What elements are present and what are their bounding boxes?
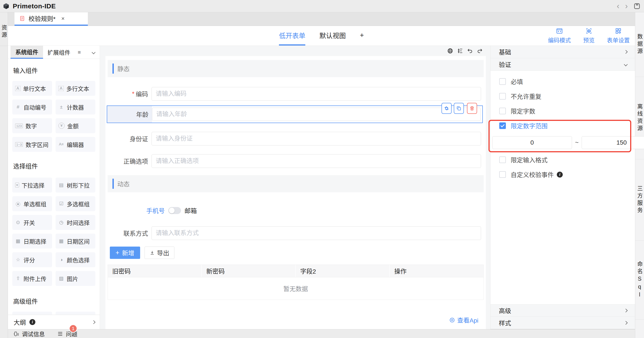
component-editor[interactable]: A≡编辑器	[56, 137, 95, 152]
export-button[interactable]: 导出	[144, 247, 174, 259]
field-label: 身份证	[112, 132, 152, 146]
checkbox-required[interactable]: 必填	[499, 77, 635, 86]
component-time-picker[interactable]: ◷时间选择	[56, 215, 95, 230]
field-row-idcard[interactable]: 身份证	[112, 132, 481, 146]
view-api-link[interactable]: 查看Api	[449, 315, 478, 324]
dock-item-resources[interactable]: 资源	[0, 12, 8, 46]
preview-button[interactable]: 预览	[583, 28, 594, 44]
tab-close-icon[interactable]: ×	[61, 15, 64, 22]
checkbox-checked-icon[interactable]	[499, 122, 506, 129]
dock-item-label: 三方服务	[636, 185, 644, 214]
field-row-correct-option[interactable]: 正确选项	[112, 154, 481, 168]
range-max-input[interactable]	[582, 136, 644, 149]
tab-extension-components[interactable]: 扩展组件	[43, 46, 75, 59]
component-menu-icon[interactable]: ≡	[78, 49, 81, 55]
component-counter[interactable]: ±计数器	[56, 100, 95, 115]
code-input[interactable]	[152, 87, 481, 101]
field-settings-button[interactable]	[442, 103, 452, 114]
debug-info-button[interactable]: 调试信息	[13, 330, 45, 338]
checkbox-icon[interactable]	[499, 93, 506, 100]
tab-lowcode-form[interactable]: 低开表单	[279, 26, 305, 46]
component-color-picker[interactable]: ◑颜色选择	[56, 252, 95, 267]
component-tree-dropdown[interactable]: ▤树形下拉	[56, 178, 95, 192]
time-picker-icon: ◷	[58, 220, 64, 225]
field-delete-button[interactable]	[467, 103, 477, 114]
component-single-line-text[interactable]: A单行文本	[12, 81, 52, 96]
component-org-select[interactable]: 品机构选择	[56, 312, 95, 315]
action-label: 预览	[583, 36, 594, 44]
component-date-range[interactable]: ▦日期区间	[56, 234, 95, 248]
checkbox-limit-number-range[interactable]: 限定数字范围	[499, 121, 635, 130]
dock-item-named-sql[interactable]: 命名Sql	[635, 241, 644, 320]
nav-forward-icon[interactable]: ›	[625, 2, 628, 10]
component-number[interactable]: 123数字	[12, 118, 52, 133]
component-label: 自动编号	[24, 103, 46, 111]
info-icon[interactable]: i	[557, 172, 563, 178]
component-image[interactable]: ▨图片	[56, 271, 95, 286]
checkbox-icon[interactable]	[499, 78, 506, 85]
component-amount[interactable]: ¥金额	[56, 118, 95, 133]
nav-back-icon[interactable]: ‹	[617, 2, 620, 10]
panel-section-style[interactable]: 样式	[490, 317, 635, 329]
field-row-code[interactable]: *编码	[112, 87, 481, 101]
range-min-input[interactable]	[492, 136, 572, 149]
component-rating[interactable]: ☆评分	[12, 252, 52, 267]
dock-item-label: 资源	[0, 25, 8, 39]
checkbox-no-duplicates[interactable]: 不允许重复	[499, 92, 635, 101]
add-button-label: 新增	[122, 248, 134, 257]
field-copy-button[interactable]	[454, 103, 464, 114]
phone-email-toggle[interactable]	[168, 207, 181, 214]
field-row-contact[interactable]: 联系方式	[112, 226, 481, 240]
toggle-option-email[interactable]: 邮箱	[184, 206, 197, 215]
component-dropdown-select[interactable]: ▾下拉选择	[12, 178, 52, 192]
checkbox-limit-characters[interactable]: 限定字数	[499, 107, 635, 115]
undo-icon[interactable]	[467, 48, 473, 54]
panel-section-basic[interactable]: 基础	[490, 46, 635, 58]
age-input[interactable]	[152, 108, 480, 121]
component-attachment-upload[interactable]: ⇧附件上传	[12, 271, 52, 286]
component-radio-group[interactable]: ⦿单选框组	[12, 196, 52, 211]
correct-option-input[interactable]	[152, 154, 481, 168]
toggle-option-phone[interactable]: 手机号	[146, 206, 165, 215]
checkbox-label: 自定义校验事件	[511, 170, 554, 179]
save-icon[interactable]	[634, 3, 640, 10]
section-static[interactable]: 静态	[108, 60, 484, 77]
section-title: 静态	[117, 64, 130, 73]
outline-row[interactable]: 大纲 i	[8, 315, 100, 329]
panel-section-advanced[interactable]: 高级	[490, 304, 635, 317]
dock-item-datasource[interactable]: 数据源	[635, 12, 644, 77]
idcard-input[interactable]	[152, 132, 481, 146]
problems-count-badge[interactable]: 1	[69, 324, 77, 333]
component-label: 树形下拉	[67, 181, 90, 189]
collapse-chevron-icon[interactable]	[92, 50, 96, 54]
code-mode-button[interactable]: 编码模式	[548, 28, 571, 44]
dock-item-third-party-services[interactable]: 三方服务	[635, 159, 644, 241]
section-dynamic[interactable]: 动态	[108, 175, 484, 192]
globe-icon[interactable]	[447, 48, 453, 54]
panel-section-label: 基础	[499, 48, 511, 56]
component-person-select[interactable]: ○人员选择	[12, 312, 52, 315]
component-checkbox-group[interactable]: ☑多选框组	[56, 196, 95, 211]
component-auto-number[interactable]: #自动编号	[12, 100, 52, 115]
add-row-button[interactable]: +新增	[110, 247, 140, 259]
checkbox-icon[interactable]	[499, 171, 506, 178]
color-picker-icon: ◑	[58, 257, 64, 263]
add-view-button[interactable]: +	[360, 26, 364, 46]
tab-validation-rules[interactable]: 校验规则* ×	[14, 12, 88, 26]
tab-system-components[interactable]: 系统组件	[10, 46, 43, 59]
component-multi-line-text[interactable]: A多行文本	[56, 81, 95, 96]
checkbox-limit-input-format[interactable]: 限定输入格式	[499, 155, 635, 164]
component-number-range[interactable]: 1~3数字区间	[12, 137, 52, 152]
form-settings-button[interactable]: 表单设置	[607, 28, 630, 44]
redo-icon[interactable]	[477, 48, 483, 54]
checkbox-icon[interactable]	[499, 156, 506, 163]
component-switch[interactable]: ⊙开关	[12, 215, 52, 230]
checkbox-icon[interactable]	[499, 108, 506, 114]
panel-section-validation[interactable]: 验证	[490, 58, 635, 71]
field-row-age-selected[interactable]: 年龄	[107, 106, 483, 123]
tab-default-view[interactable]: 默认视图	[319, 26, 346, 46]
outline-tree-icon[interactable]	[457, 48, 463, 54]
checkbox-custom-validation-event[interactable]: 自定义校验事件i	[499, 170, 635, 179]
component-date-picker[interactable]: ▦日期选择	[12, 234, 52, 248]
contact-input[interactable]	[152, 226, 481, 240]
